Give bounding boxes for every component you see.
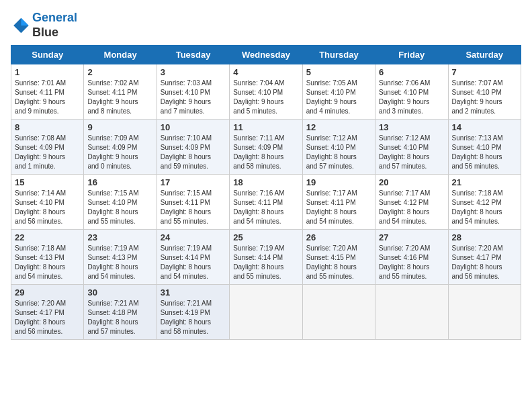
calendar-cell: 1Sunrise: 7:01 AMSunset: 4:11 PMDaylight…: [11, 64, 84, 120]
day-number: 6: [379, 67, 444, 77]
calendar-cell: 5Sunrise: 7:05 AMSunset: 4:10 PMDaylight…: [302, 64, 375, 120]
calendar-cell: 17Sunrise: 7:15 AMSunset: 4:11 PMDayligh…: [157, 175, 229, 230]
cell-info: Sunrise: 7:13 AMSunset: 4:10 PMDaylight:…: [452, 134, 503, 170]
calendar-cell: 29Sunrise: 7:20 AMSunset: 4:17 PMDayligh…: [11, 285, 84, 340]
weekday-header-saturday: Saturday: [448, 46, 521, 64]
calendar-cell: [230, 285, 302, 340]
cell-info: Sunrise: 7:12 AMSunset: 4:10 PMDaylight:…: [306, 134, 357, 170]
day-number: 12: [306, 122, 371, 132]
weekday-header-friday: Friday: [375, 46, 448, 64]
calendar-cell: 11Sunrise: 7:11 AMSunset: 4:09 PMDayligh…: [230, 120, 302, 175]
calendar-cell: 13Sunrise: 7:12 AMSunset: 4:10 PMDayligh…: [375, 120, 448, 175]
calendar-cell: 23Sunrise: 7:19 AMSunset: 4:13 PMDayligh…: [84, 230, 157, 285]
cell-info: Sunrise: 7:11 AMSunset: 4:09 PMDaylight:…: [233, 134, 284, 170]
cell-info: Sunrise: 7:19 AMSunset: 4:13 PMDaylight:…: [87, 244, 138, 280]
cell-info: Sunrise: 7:18 AMSunset: 4:12 PMDaylight:…: [452, 189, 503, 225]
cell-info: Sunrise: 7:20 AMSunset: 4:17 PMDaylight:…: [452, 244, 503, 280]
cell-info: Sunrise: 7:10 AMSunset: 4:09 PMDaylight:…: [161, 134, 212, 170]
calendar-cell: 16Sunrise: 7:15 AMSunset: 4:10 PMDayligh…: [84, 175, 157, 230]
calendar-cell: 25Sunrise: 7:19 AMSunset: 4:14 PMDayligh…: [230, 230, 302, 285]
calendar-cell: 6Sunrise: 7:06 AMSunset: 4:10 PMDaylight…: [375, 64, 448, 120]
calendar-cell: 10Sunrise: 7:10 AMSunset: 4:09 PMDayligh…: [157, 120, 229, 175]
day-number: 18: [233, 177, 298, 187]
logo-text: General Blue: [32, 11, 77, 40]
calendar-cell: 24Sunrise: 7:19 AMSunset: 4:14 PMDayligh…: [157, 230, 229, 285]
weekday-header-sunday: Sunday: [11, 46, 84, 64]
calendar-cell: 8Sunrise: 7:08 AMSunset: 4:09 PMDaylight…: [11, 120, 84, 175]
calendar-cell: [375, 285, 448, 340]
weekday-header-monday: Monday: [84, 46, 157, 64]
cell-info: Sunrise: 7:14 AMSunset: 4:10 PMDaylight:…: [15, 189, 66, 225]
cell-info: Sunrise: 7:18 AMSunset: 4:13 PMDaylight:…: [15, 244, 66, 280]
calendar-week-1: 1Sunrise: 7:01 AMSunset: 4:11 PMDaylight…: [11, 64, 521, 120]
cell-info: Sunrise: 7:02 AMSunset: 4:11 PMDaylight:…: [87, 79, 138, 115]
day-number: 28: [452, 232, 517, 242]
calendar-cell: 4Sunrise: 7:04 AMSunset: 4:10 PMDaylight…: [230, 64, 302, 120]
calendar-cell: 31Sunrise: 7:21 AMSunset: 4:19 PMDayligh…: [157, 285, 229, 340]
day-number: 4: [233, 67, 298, 77]
calendar-cell: 20Sunrise: 7:17 AMSunset: 4:12 PMDayligh…: [375, 175, 448, 230]
day-number: 5: [306, 67, 371, 77]
calendar-cell: 28Sunrise: 7:20 AMSunset: 4:17 PMDayligh…: [448, 230, 521, 285]
cell-info: Sunrise: 7:21 AMSunset: 4:18 PMDaylight:…: [87, 300, 138, 335]
calendar-cell: 15Sunrise: 7:14 AMSunset: 4:10 PMDayligh…: [11, 175, 84, 230]
calendar-cell: 19Sunrise: 7:17 AMSunset: 4:11 PMDayligh…: [302, 175, 375, 230]
calendar-table: SundayMondayTuesdayWednesdayThursdayFrid…: [11, 45, 521, 340]
day-number: 21: [452, 177, 517, 187]
day-number: 10: [161, 122, 226, 132]
day-number: 3: [161, 67, 226, 77]
cell-info: Sunrise: 7:20 AMSunset: 4:16 PMDaylight:…: [379, 244, 430, 280]
weekday-header-row: SundayMondayTuesdayWednesdayThursdayFrid…: [11, 46, 521, 64]
svg-marker-1: [21, 17, 28, 25]
calendar-week-2: 8Sunrise: 7:08 AMSunset: 4:09 PMDaylight…: [11, 120, 521, 175]
day-number: 23: [87, 232, 152, 242]
cell-info: Sunrise: 7:17 AMSunset: 4:11 PMDaylight:…: [306, 189, 357, 225]
day-number: 27: [379, 232, 444, 242]
calendar-cell: 7Sunrise: 7:07 AMSunset: 4:10 PMDaylight…: [448, 64, 521, 120]
calendar-cell: 18Sunrise: 7:16 AMSunset: 4:11 PMDayligh…: [230, 175, 302, 230]
logo-icon: [11, 16, 30, 35]
calendar-cell: [448, 285, 521, 340]
calendar-cell: 21Sunrise: 7:18 AMSunset: 4:12 PMDayligh…: [448, 175, 521, 230]
day-number: 16: [87, 177, 152, 187]
day-number: 8: [15, 122, 80, 132]
logo: General Blue: [11, 11, 77, 40]
calendar-cell: 27Sunrise: 7:20 AMSunset: 4:16 PMDayligh…: [375, 230, 448, 285]
day-number: 17: [161, 177, 226, 187]
cell-info: Sunrise: 7:17 AMSunset: 4:12 PMDaylight:…: [379, 189, 430, 225]
cell-info: Sunrise: 7:01 AMSunset: 4:11 PMDaylight:…: [15, 79, 66, 115]
cell-info: Sunrise: 7:06 AMSunset: 4:10 PMDaylight:…: [379, 79, 430, 115]
cell-info: Sunrise: 7:05 AMSunset: 4:10 PMDaylight:…: [306, 79, 357, 115]
calendar-cell: 30Sunrise: 7:21 AMSunset: 4:18 PMDayligh…: [84, 285, 157, 340]
day-number: 25: [233, 232, 298, 242]
cell-info: Sunrise: 7:04 AMSunset: 4:10 PMDaylight:…: [233, 79, 284, 115]
day-number: 13: [379, 122, 444, 132]
day-number: 7: [452, 67, 517, 77]
day-number: 30: [87, 287, 152, 298]
weekday-header-wednesday: Wednesday: [230, 46, 302, 64]
cell-info: Sunrise: 7:07 AMSunset: 4:10 PMDaylight:…: [452, 79, 503, 115]
day-number: 14: [452, 122, 517, 132]
day-number: 26: [306, 232, 371, 242]
day-number: 15: [15, 177, 80, 187]
calendar-cell: 26Sunrise: 7:20 AMSunset: 4:15 PMDayligh…: [302, 230, 375, 285]
weekday-header-tuesday: Tuesday: [157, 46, 229, 64]
calendar-cell: 2Sunrise: 7:02 AMSunset: 4:11 PMDaylight…: [84, 64, 157, 120]
cell-info: Sunrise: 7:12 AMSunset: 4:10 PMDaylight:…: [379, 134, 430, 170]
day-number: 22: [15, 232, 80, 242]
cell-info: Sunrise: 7:21 AMSunset: 4:19 PMDaylight:…: [161, 300, 212, 335]
cell-info: Sunrise: 7:20 AMSunset: 4:17 PMDaylight:…: [15, 300, 66, 335]
day-number: 19: [306, 177, 371, 187]
day-number: 31: [161, 287, 226, 298]
cell-info: Sunrise: 7:19 AMSunset: 4:14 PMDaylight:…: [161, 244, 212, 280]
cell-info: Sunrise: 7:08 AMSunset: 4:09 PMDaylight:…: [15, 134, 66, 170]
calendar-week-5: 29Sunrise: 7:20 AMSunset: 4:17 PMDayligh…: [11, 285, 521, 340]
cell-info: Sunrise: 7:15 AMSunset: 4:10 PMDaylight:…: [87, 189, 138, 225]
cell-info: Sunrise: 7:15 AMSunset: 4:11 PMDaylight:…: [161, 189, 212, 225]
cell-info: Sunrise: 7:19 AMSunset: 4:14 PMDaylight:…: [233, 244, 284, 280]
cell-info: Sunrise: 7:20 AMSunset: 4:15 PMDaylight:…: [306, 244, 357, 280]
calendar-cell: 3Sunrise: 7:03 AMSunset: 4:10 PMDaylight…: [157, 64, 229, 120]
day-number: 24: [161, 232, 226, 242]
calendar-week-4: 22Sunrise: 7:18 AMSunset: 4:13 PMDayligh…: [11, 230, 521, 285]
day-number: 29: [15, 287, 80, 298]
